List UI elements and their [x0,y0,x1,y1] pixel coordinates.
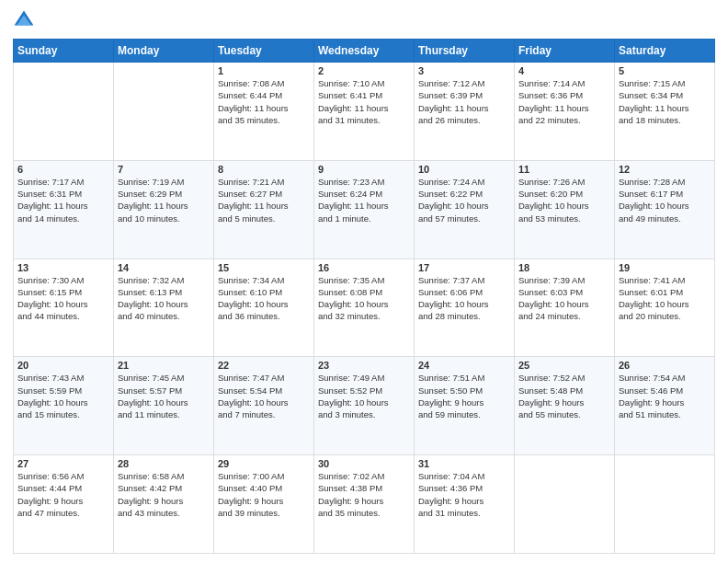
day-number: 14 [118,262,210,273]
week-row-1: 1Sunrise: 7:08 AM Sunset: 6:44 PM Daylig… [14,63,715,161]
day-cell: 17Sunrise: 7:37 AM Sunset: 6:06 PM Dayli… [415,259,515,357]
week-row-5: 27Sunrise: 6:56 AM Sunset: 4:44 PM Dayli… [14,455,715,554]
day-number: 7 [118,164,210,175]
day-info: Sunrise: 7:43 AM Sunset: 5:59 PM Dayligh… [17,372,109,420]
day-number: 4 [518,65,610,76]
day-cell: 8Sunrise: 7:21 AM Sunset: 6:27 PM Daylig… [214,160,314,259]
day-number: 16 [318,262,410,273]
day-info: Sunrise: 7:54 AM Sunset: 5:46 PM Dayligh… [619,372,711,420]
day-info: Sunrise: 7:34 AM Sunset: 6:10 PM Dayligh… [218,274,310,323]
day-number: 23 [318,360,410,371]
day-info: Sunrise: 7:51 AM Sunset: 5:50 PM Dayligh… [418,372,510,420]
day-cell: 30Sunrise: 7:02 AM Sunset: 4:38 PM Dayli… [314,455,415,554]
day-number: 13 [17,262,109,273]
day-number: 28 [118,458,210,469]
day-info: Sunrise: 7:23 AM Sunset: 6:24 PM Dayligh… [318,176,410,224]
col-header-monday: Monday [114,40,214,63]
day-cell: 12Sunrise: 7:28 AM Sunset: 6:17 PM Dayli… [615,160,715,259]
calendar-header-row: SundayMondayTuesdayWednesdayThursdayFrid… [14,40,715,63]
day-cell: 20Sunrise: 7:43 AM Sunset: 5:59 PM Dayli… [14,357,114,455]
day-cell: 3Sunrise: 7:12 AM Sunset: 6:39 PM Daylig… [415,63,515,161]
col-header-wednesday: Wednesday [314,40,415,63]
day-info: Sunrise: 7:04 AM Sunset: 4:36 PM Dayligh… [418,470,510,519]
day-cell [615,455,715,554]
col-header-tuesday: Tuesday [214,40,314,63]
week-row-4: 20Sunrise: 7:43 AM Sunset: 5:59 PM Dayli… [14,357,715,455]
day-cell: 31Sunrise: 7:04 AM Sunset: 4:36 PM Dayli… [415,455,515,554]
day-info: Sunrise: 7:19 AM Sunset: 6:29 PM Dayligh… [118,176,210,224]
day-number: 27 [17,458,109,469]
day-info: Sunrise: 7:26 AM Sunset: 6:20 PM Dayligh… [518,176,610,224]
day-cell: 23Sunrise: 7:49 AM Sunset: 5:52 PM Dayli… [314,357,415,455]
day-cell: 19Sunrise: 7:41 AM Sunset: 6:01 PM Dayli… [615,259,715,357]
calendar-table: SundayMondayTuesdayWednesdayThursdayFrid… [13,39,715,554]
day-number: 21 [118,360,210,371]
day-info: Sunrise: 7:52 AM Sunset: 5:48 PM Dayligh… [518,372,610,420]
day-cell: 9Sunrise: 7:23 AM Sunset: 6:24 PM Daylig… [314,160,415,259]
day-cell: 7Sunrise: 7:19 AM Sunset: 6:29 PM Daylig… [114,160,214,259]
day-number: 10 [418,164,510,175]
day-number: 31 [418,458,510,469]
day-cell: 10Sunrise: 7:24 AM Sunset: 6:22 PM Dayli… [415,160,515,259]
day-cell [114,63,214,161]
col-header-friday: Friday [515,40,615,63]
day-info: Sunrise: 7:00 AM Sunset: 4:40 PM Dayligh… [218,470,310,519]
day-cell: 14Sunrise: 7:32 AM Sunset: 6:13 PM Dayli… [114,259,214,357]
day-number: 15 [218,262,310,273]
day-info: Sunrise: 7:47 AM Sunset: 5:54 PM Dayligh… [218,372,310,420]
day-cell: 26Sunrise: 7:54 AM Sunset: 5:46 PM Dayli… [615,357,715,455]
col-header-sunday: Sunday [14,40,114,63]
day-cell: 25Sunrise: 7:52 AM Sunset: 5:48 PM Dayli… [515,357,615,455]
day-info: Sunrise: 7:02 AM Sunset: 4:38 PM Dayligh… [318,470,410,519]
day-number: 26 [619,360,711,371]
day-cell [14,63,114,161]
day-info: Sunrise: 7:45 AM Sunset: 5:57 PM Dayligh… [118,372,210,420]
day-cell: 2Sunrise: 7:10 AM Sunset: 6:41 PM Daylig… [314,63,415,161]
day-cell: 24Sunrise: 7:51 AM Sunset: 5:50 PM Dayli… [415,357,515,455]
day-number: 11 [518,164,610,175]
day-cell: 21Sunrise: 7:45 AM Sunset: 5:57 PM Dayli… [114,357,214,455]
day-cell: 28Sunrise: 6:58 AM Sunset: 4:42 PM Dayli… [114,455,214,554]
day-info: Sunrise: 7:10 AM Sunset: 6:41 PM Dayligh… [318,77,410,126]
day-info: Sunrise: 7:41 AM Sunset: 6:01 PM Dayligh… [619,274,711,323]
day-number: 22 [218,360,310,371]
day-info: Sunrise: 6:58 AM Sunset: 4:42 PM Dayligh… [118,470,210,519]
day-number: 19 [619,262,711,273]
day-info: Sunrise: 7:37 AM Sunset: 6:06 PM Dayligh… [418,274,510,323]
day-info: Sunrise: 7:14 AM Sunset: 6:36 PM Dayligh… [518,77,610,126]
day-info: Sunrise: 7:49 AM Sunset: 5:52 PM Dayligh… [318,372,410,420]
day-info: Sunrise: 7:08 AM Sunset: 6:44 PM Dayligh… [218,77,310,126]
day-info: Sunrise: 7:15 AM Sunset: 6:34 PM Dayligh… [619,77,711,126]
day-info: Sunrise: 7:30 AM Sunset: 6:15 PM Dayligh… [17,274,109,323]
day-number: 24 [418,360,510,371]
day-number: 3 [418,65,510,76]
day-number: 29 [218,458,310,469]
day-cell: 6Sunrise: 7:17 AM Sunset: 6:31 PM Daylig… [14,160,114,259]
day-info: Sunrise: 7:21 AM Sunset: 6:27 PM Dayligh… [218,176,310,224]
day-cell: 1Sunrise: 7:08 AM Sunset: 6:44 PM Daylig… [214,63,314,161]
day-number: 2 [318,65,410,76]
day-cell: 4Sunrise: 7:14 AM Sunset: 6:36 PM Daylig… [515,63,615,161]
day-cell: 16Sunrise: 7:35 AM Sunset: 6:08 PM Dayli… [314,259,415,357]
day-cell: 13Sunrise: 7:30 AM Sunset: 6:15 PM Dayli… [14,259,114,357]
col-header-saturday: Saturday [615,40,715,63]
day-number: 30 [318,458,410,469]
day-info: Sunrise: 7:39 AM Sunset: 6:03 PM Dayligh… [518,274,610,323]
logo-icon [13,9,35,31]
day-info: Sunrise: 7:12 AM Sunset: 6:39 PM Dayligh… [418,77,510,126]
day-number: 17 [418,262,510,273]
day-info: Sunrise: 7:32 AM Sunset: 6:13 PM Dayligh… [118,274,210,323]
day-cell: 11Sunrise: 7:26 AM Sunset: 6:20 PM Dayli… [515,160,615,259]
day-cell [515,455,615,554]
day-number: 9 [318,164,410,175]
day-info: Sunrise: 7:35 AM Sunset: 6:08 PM Dayligh… [318,274,410,323]
day-cell: 18Sunrise: 7:39 AM Sunset: 6:03 PM Dayli… [515,259,615,357]
logo [13,9,39,31]
col-header-thursday: Thursday [415,40,515,63]
header [13,9,715,31]
day-cell: 29Sunrise: 7:00 AM Sunset: 4:40 PM Dayli… [214,455,314,554]
week-row-3: 13Sunrise: 7:30 AM Sunset: 6:15 PM Dayli… [14,259,715,357]
day-number: 18 [518,262,610,273]
day-cell: 15Sunrise: 7:34 AM Sunset: 6:10 PM Dayli… [214,259,314,357]
day-number: 5 [619,65,711,76]
